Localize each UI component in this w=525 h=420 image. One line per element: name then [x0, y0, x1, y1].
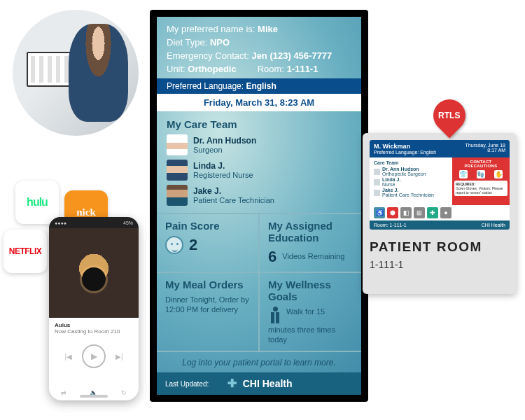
- phone-album-art: [49, 228, 139, 318]
- pain-value: 2: [189, 236, 197, 254]
- mini-team-title: Care Team: [374, 160, 448, 165]
- mini-team-name: Linda J.: [382, 177, 400, 182]
- mico-4: ⊞: [414, 207, 425, 218]
- precautions-panel: CONTACT PRECAUTIONS 👕 🧤 ✋ REQUIRED:Gown …: [452, 158, 510, 205]
- mini-room: 1-111-1: [390, 223, 407, 227]
- mico-6: ●: [440, 207, 451, 218]
- sign-number: 1-111-1: [370, 259, 510, 270]
- room-value: 1-111-1: [287, 64, 318, 74]
- contact-label: Emergency Contact:: [167, 50, 249, 61]
- avatar: [167, 134, 188, 155]
- wellness-title: My Wellness Goals: [268, 279, 353, 302]
- brand: CHI Health: [227, 378, 293, 389]
- walk-icon: [268, 307, 282, 325]
- phone-mockup: ●●●● 45% Aulus Now Casting to Room 210 |…: [49, 217, 139, 400]
- meal-title: My Meal Orders: [165, 279, 250, 290]
- lang-value: English: [246, 81, 276, 91]
- care-team-title: My Care Team: [167, 118, 351, 130]
- door-display: M. Wickman Preferred Language: English T…: [370, 140, 510, 230]
- phone-battery: 45%: [123, 220, 133, 225]
- hulu-tile[interactable]: hulu: [15, 181, 59, 224]
- team-role: Patient Care Technician: [193, 196, 274, 204]
- precaution-title: CONTACT PRECAUTIONS: [454, 160, 507, 168]
- team-row: Dr. Ann HudsonSurgeon: [167, 134, 351, 155]
- phone-track-title: Aulus: [55, 322, 133, 328]
- workstation-person: [69, 24, 128, 122]
- precaution-text: Gown Gloves. Visitors: Please report to …: [456, 186, 503, 195]
- meal-wellness-row: My Meal Orders Dinner Tonight, Order by …: [157, 272, 361, 351]
- diet-value: NPO: [210, 37, 230, 48]
- mini-date: Thursday, June 18: [465, 143, 505, 148]
- mini-room-label: Room:: [374, 223, 388, 227]
- mico-3: ◧: [400, 207, 412, 218]
- lang-label: Preferred Language:: [167, 81, 244, 91]
- contact-value: Jen (123) 456-7777: [251, 50, 332, 61]
- brand-icon: [227, 378, 239, 389]
- mico-2: ⬢: [387, 207, 398, 218]
- phone-footer: ⇄ 🔈 ↻: [49, 389, 139, 396]
- mini-team-role: Patient Care Technician: [382, 192, 434, 197]
- hand-icon: ✋: [494, 170, 503, 178]
- mini-time: 8:17 AM: [465, 148, 505, 153]
- home-bar: [80, 395, 108, 398]
- last-updated-label: Last Updated:: [165, 380, 209, 388]
- phone-now-playing: Aulus Now Casting to Room 210: [49, 318, 139, 339]
- sign-title: PATIENT ROOM: [370, 239, 510, 255]
- avatar: [167, 160, 188, 181]
- team-name: Linda J.: [193, 161, 253, 171]
- workstation-photo: [13, 10, 139, 136]
- room-sign: M. Wickman Preferred Language: English T…: [363, 133, 517, 294]
- play-button[interactable]: ▶: [82, 344, 106, 368]
- board-footer: Last Updated: CHI Health: [157, 372, 361, 395]
- team-row: Linda J.Registered Nurse: [167, 160, 351, 181]
- date-bar: Friday, March 31, 8:23 AM: [157, 94, 361, 111]
- gloves-icon: 🧤: [477, 170, 485, 178]
- phone-carrier: ●●●●: [55, 220, 66, 225]
- room-label: Room:: [258, 64, 284, 74]
- meal-text: Dinner Tonight, Order by 12:00 PM for de…: [165, 295, 250, 315]
- phone-status-bar: ●●●● 45%: [49, 217, 139, 228]
- mini-team-role: Orthopedic Surgeon: [382, 172, 426, 176]
- care-team-section: My Care Team Dr. Ann HudsonSurgeon Linda…: [157, 111, 361, 213]
- unit-label: Unit:: [167, 64, 186, 74]
- pref-name: Mike: [258, 24, 278, 34]
- team-row: Jake J.Patient Care Technician: [167, 185, 351, 206]
- pain-title: Pain Score: [165, 220, 250, 232]
- mini-team-name: Dr. Ann Hudson: [382, 167, 419, 172]
- mini-team-role: Nurse: [382, 182, 396, 187]
- repeat-icon[interactable]: ↻: [121, 389, 127, 396]
- prev-button[interactable]: |◀: [64, 353, 72, 360]
- diet-label: Diet Type:: [167, 37, 207, 48]
- netflix-tile[interactable]: NETFLIX: [4, 230, 47, 273]
- mini-brand: CHI Health: [482, 223, 505, 227]
- patient-board: My preferred name is: Mike Diet Type: NP…: [150, 10, 368, 402]
- rtls-label: RTLS: [438, 111, 460, 120]
- next-button[interactable]: ▶|: [115, 353, 123, 360]
- pain-edu-row: Pain Score 2 My Assigned Education 6Vide…: [157, 213, 361, 272]
- team-role: Surgeon: [193, 146, 256, 154]
- portal-prompt: Log into your patient portal to learn mo…: [157, 351, 361, 373]
- mico-1: ♿: [374, 207, 385, 218]
- team-role: Registered Nurse: [193, 171, 253, 179]
- shuffle-icon[interactable]: ⇄: [61, 389, 66, 396]
- brand-name: CHI Health: [243, 378, 293, 389]
- edu-count: 6: [268, 248, 276, 266]
- mini-quick-icons: ♿ ⬢ ◧ ⊞ ✚ ●: [370, 205, 510, 220]
- edu-title: My Assigned Education: [268, 220, 353, 244]
- mini-patient-name: M. Wickman: [374, 143, 436, 150]
- pref-name-label: My preferred name is:: [167, 24, 255, 34]
- phone-cast-target: Now Casting to Room 210: [55, 328, 133, 335]
- mini-lang: Preferred Language: English: [374, 150, 436, 155]
- mico-5: ✚: [427, 207, 438, 218]
- rtls-pin: RTLS: [433, 99, 465, 139]
- team-name: Dr. Ann Hudson: [193, 136, 256, 146]
- board-header: My preferred name is: Mike Diet Type: NP…: [157, 17, 361, 74]
- gown-icon: 👕: [459, 170, 468, 178]
- mini-team-name: Jake J.: [382, 188, 398, 192]
- team-name: Jake J.: [193, 186, 274, 196]
- edu-caption: Videos Remaining: [282, 252, 344, 261]
- unit-value: Orthopedic: [188, 64, 236, 74]
- language-bar: Preferred Language: English: [157, 78, 361, 94]
- avatar: [167, 185, 188, 206]
- pain-face-icon: [165, 236, 183, 254]
